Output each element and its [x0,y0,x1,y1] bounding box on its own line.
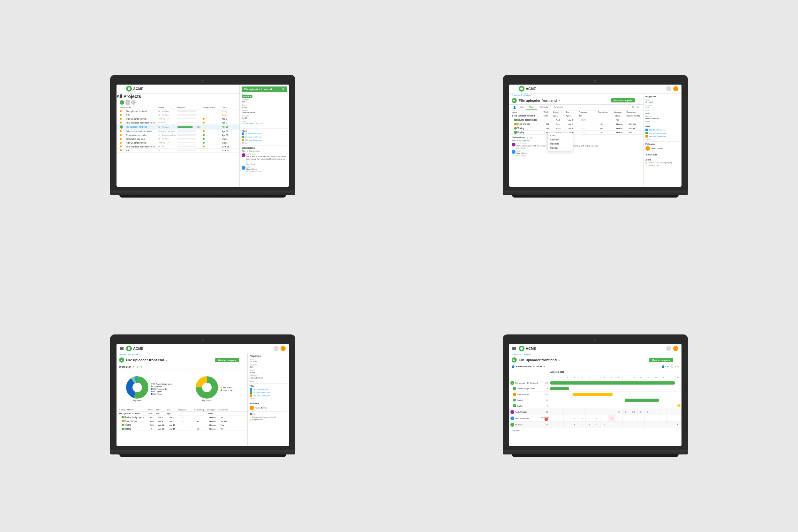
status-dot [120,110,121,112]
gantt-row-main[interactable]: ▶ File uploader 3.0 front end 104 [509,380,682,386]
status-dot [120,142,121,144]
main-content-3: Projects › v3 › Modules ▶ File uploader … [116,353,247,446]
gantt-row-testing[interactable]: Testing 32 [509,397,682,403]
work-legend: 8h Review design specs 25% At risk 60h F… [151,383,172,395]
time-icon-4[interactable]: 🕐 [670,365,673,368]
filter-icon-2[interactable]: ⊞ [631,105,635,110]
filter-icon-3[interactable]: ⊞ [137,366,138,368]
budget-dot [203,121,205,124]
comment-item: Chris Nice. Will do. Like · Reply [512,150,641,156]
file-item[interactable]: TE2 Test Plan.docx [250,388,287,391]
user-icon-2 [666,86,671,91]
task-row[interactable]: ▶ File uploader front end 104h Apr 1 Apr… [509,114,643,118]
breadcrumb-2: Projects › v3 › Modules [509,94,643,97]
camera-4 [594,340,596,341]
mark-complete-btn-3[interactable]: Mark as complete [215,358,239,362]
task-row[interactable]: Review design specs 8h Apr 1 Apr 3 —— - … [116,416,247,419]
user-icon-4 [666,346,671,351]
settings-icon-4[interactable]: ⊞ [667,365,669,368]
search-icon-1[interactable] [131,100,136,105]
tab-list[interactable]: List [517,105,526,110]
task-row[interactable]: Review design specs Apr 1 Apr 3 100% Tel [509,118,643,122]
app-header-4: ACME [509,344,682,353]
gantt-row-deploy[interactable]: Deploy 4 [509,403,682,409]
file-item[interactable]: Unit test results.xlsx [250,391,287,394]
logo-circle-1 [126,86,132,92]
file-item[interactable]: File Use Cases.pptx [250,395,287,397]
file-item[interactable]: File Use Cases.pptx [242,139,287,141]
task-row[interactable]: Front end dev 60h Apr 4 Apr 8 —— 4h Hele… [116,419,247,423]
tab-resource[interactable]: Resource [551,105,566,110]
search-icon-2[interactable]: 🔍 [635,105,641,110]
app-logo-1: ACME [126,86,143,92]
svg-point-11 [520,347,523,350]
file-item[interactable]: TE2 Test Plan.docx [242,132,287,135]
laptop-body-1: ACME All Projects ▾ [110,75,295,191]
comment-item: Elle 8:15am We're almost done with the r… [512,142,641,149]
add-people-icon[interactable] [120,100,124,105]
file-item[interactable]: Unit test results.xlsx [645,132,680,134]
chart-by-status: By status 25% At risk 75% O [182,370,247,408]
mark-complete-btn-2[interactable]: Mark as complete [611,98,635,102]
popup-chart[interactable]: Chart [548,133,573,137]
task-row[interactable]: Deploy 4h Apr 18 Apr 18 —— 1d Helena Tel [509,131,643,135]
hamburger-menu-4[interactable] [512,347,516,350]
filter-icon[interactable] [126,100,130,105]
popup-maximize[interactable]: Maximize [548,142,573,146]
right-panel-1: File uploader front end ✕ Status On trac… [240,84,289,187]
resource-section-header: 👤 Resource load in hours ▾ 👤+ ⊞ 🕐 ≡ ⊡ [509,364,682,369]
status-dot [120,138,121,140]
file-icon [250,388,252,391]
budget-dot [203,146,205,148]
laptop-bottom-2 [512,195,679,197]
svg-point-7 [133,384,141,391]
hamburger-menu-3[interactable] [120,347,124,350]
list-icon-4[interactable]: ≡ [674,365,676,368]
start-discussion[interactable]: Start a discussion [242,150,287,152]
search-icon-3[interactable]: 🔍 [140,366,143,368]
tab-calendar[interactable]: Calendar [537,105,551,110]
tab-chart[interactable]: Chart [526,105,537,110]
popup-calendar[interactable]: Calendar [548,137,573,142]
task-row[interactable]: File uploader front end 104h Apr 1 Apr 3… [116,412,247,416]
file-item[interactable]: TE2 Test Plan.docx [645,129,680,131]
panel-header-1: File uploader front end ✕ [242,87,287,92]
laptop-bottom-3 [119,454,286,457]
camera-1 [202,80,204,82]
start-discussion-2[interactable]: Start a discussion [512,139,641,142]
gantt-row-review[interactable]: Review design specs 8 [509,386,682,392]
task-row[interactable]: Testing 32h Apr 11 Apr 15 —— 4d Helena R… [509,126,643,131]
task-circle-3: ▶ [119,357,124,363]
avatar-2 [673,86,678,91]
mark-complete-btn-4[interactable]: Mark as complete [649,358,673,362]
header-icons-2 [666,86,678,91]
hamburger-menu-2[interactable] [512,88,516,90]
grid-icon-4[interactable]: ⊡ [677,365,679,368]
page-header-3: ▶ File uploader front end ▾ Mark as comp… [116,356,247,364]
task-row[interactable]: Front end dev 60h Apr 4 Apr 8 —— 4h Hele… [509,122,643,126]
avatar [510,423,514,427]
gantt-bar-main [550,381,675,384]
progress-bar [177,138,196,139]
right-panel-3: Properties Status On track Progress 25% … [247,353,289,446]
gantt-row-frontend[interactable]: Front end dev 60 [509,392,682,397]
svg-point-10 [203,384,211,391]
add-person-icon[interactable]: 👤+ [662,365,666,368]
main-content-2: Projects › v3 › Modules ▶ File uploader … [509,94,643,187]
logo-circle-3 [126,346,132,352]
avatar [242,153,245,157]
file-item[interactable]: File Use Cases.pptx [645,135,680,137]
budget-dot [203,142,205,144]
popup-minimize[interactable]: Minimize [548,146,573,150]
charts-area: By work 8h Review design specs [116,370,247,408]
hamburger-menu-1[interactable] [120,88,124,90]
progress-bar [177,150,196,151]
alert-item: ⚠ Resource load warning (Apr 8) [645,162,680,164]
task-row[interactable]: Deploy 4h Apr 18 Apr 18 —— 1d Helena Tel [116,427,247,431]
task-row[interactable]: Testing 32h Apr 11 Apr 15 —— Helena You [116,423,247,427]
screen-3: ACME Projects › v3 › Modules [116,344,289,446]
right-panel-2: Properties Status On track Progress 25% … [643,94,682,187]
gantt-bar-testing [625,399,659,402]
file-item[interactable]: Unit test results.xlsx [242,136,287,138]
people-icon: 👤 [512,105,517,110]
